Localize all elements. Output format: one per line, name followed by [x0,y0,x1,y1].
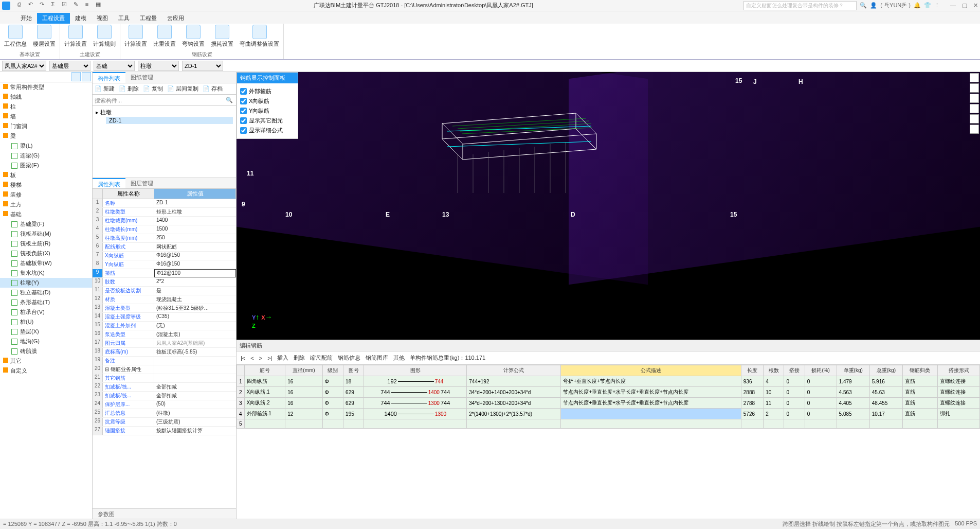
subcategory-item[interactable]: 地沟(G) [0,337,92,346]
tab-drawing-mgmt[interactable]: 图纸管理 [125,72,158,83]
visibility-checkbox[interactable] [240,88,247,95]
menu-icon[interactable]: ⋮ [934,2,940,9]
user-icon[interactable]: 👤 [870,2,877,9]
subcategory-item[interactable]: 梁(L) [0,141,92,151]
property-row[interactable]: 11是否按板边切割是 [93,287,236,295]
ribbon-button[interactable]: 损耗设置 [211,25,233,48]
tree-leaf[interactable]: ZD-1 [106,117,233,124]
project-select[interactable]: 凤凰人家A2# [2,61,46,71]
subcategory-item[interactable]: 筏板主筋(R) [0,239,92,249]
subcategory-item[interactable]: 集水坑(K) [0,268,92,278]
er-toolbar-button[interactable]: 缩尺配筋 [310,354,333,362]
subcategory-item[interactable]: 条形基础(T) [0,297,92,307]
rebar-row[interactable]: 2X向纵筋.116Φ629744140074434*d+200+1400+200… [237,387,980,398]
er-toolbar-button[interactable]: >| [267,355,272,361]
qat-btn[interactable]: ☑ [60,1,69,10]
er-toolbar-button[interactable]: > [259,355,262,361]
user-name[interactable]: ( 乓YUN乒 ) [880,2,911,9]
subcategory-item[interactable]: 桩承台(V) [0,307,92,317]
property-row[interactable]: 16泵送类型(混凝土泵) [93,330,236,339]
visibility-checkbox[interactable] [240,127,247,134]
visibility-checkbox[interactable] [240,98,247,104]
ribbon-button[interactable]: 比重设置 [153,25,176,48]
component-search[interactable] [93,97,223,103]
property-row[interactable]: 22扣减板/筏...全部扣减 [93,383,236,392]
grid-view-icon[interactable] [82,72,91,81]
view-tool[interactable] [970,104,979,113]
category-item[interactable]: 门窗洞 [0,121,92,131]
property-row[interactable]: 6配筋形式网状配筋 [93,243,236,252]
subcategory-item[interactable]: 基础梁(F) [0,219,92,229]
property-row[interactable]: 7X向纵筋Φ16@150 [93,252,236,260]
rebar-row[interactable]: 1四角纵筋16Φ18192744744+192弯折+垂直长度+节点内长度9364… [237,376,980,387]
search-icon[interactable]: 🔍 [223,97,236,103]
subcategory-item[interactable]: 连梁(G) [0,151,92,161]
view-tool[interactable] [970,83,979,93]
view-tool[interactable] [970,114,979,124]
help-search[interactable]: 自定义贴面怎么处理复合带是构件的装修？ [743,1,857,10]
maximize-button[interactable]: ▢ [962,2,967,9]
subcategory-item[interactable]: 圈梁(E) [0,161,92,170]
toolbar-button[interactable]: 📄 新建 [95,85,115,93]
subcategory-item[interactable]: 筏板基础(M) [0,229,92,239]
qat-btn[interactable]: Σ [48,1,58,10]
property-row[interactable]: 14混凝土强度等级(C35) [93,313,236,322]
3d-viewport[interactable]: 钢筋显示控制面板 外部箍筋X向纵筋Y向纵筋显示其它图元显示详细公式 [237,72,980,340]
category-item[interactable]: 楼梯 [0,180,92,190]
rebar-row[interactable]: 3X向纵筋.216Φ629744130074434*d+200+1300+200… [237,398,980,409]
qat-btn[interactable]: ↶ [26,1,35,10]
property-row[interactable]: 4柱墩截长(mm)1500 [93,225,236,234]
ribbon-tab[interactable]: 建模 [70,13,92,24]
property-row[interactable]: 13混凝土类型(粒径31.5至32.5级砂… [93,304,236,313]
property-row[interactable]: 3柱墩截宽(mm)1400 [93,217,236,225]
er-toolbar-button[interactable]: 钢筋图库 [366,354,388,362]
property-row[interactable]: 8Y向纵筋Φ16@150 [93,260,236,269]
rebar-row[interactable]: 5 [237,419,980,429]
search-icon[interactable]: 🔍 [860,2,867,9]
subcategory-item[interactable]: 基础板带(W) [0,258,92,268]
category-item[interactable]: 墙 [0,112,92,121]
category-item[interactable]: 土方 [0,200,92,209]
rebar-row[interactable]: 4外部箍筋.112Φ195140013002*(1400+1300)+2*(13… [237,409,980,419]
property-row[interactable]: 27锚固搭接按默认锚固搭接计算 [93,427,236,435]
toolbar-button[interactable]: 📄 层间复制 [167,85,198,93]
ribbon-button[interactable]: 计算设置 [124,25,147,48]
property-row[interactable]: 15混凝土外加剂(无) [93,322,236,330]
subcategory-item[interactable]: 柱墩(Y) [0,278,92,288]
ribbon-button[interactable]: 楼层设置 [33,25,56,48]
property-row[interactable]: 5柱墩高度(mm)250 [93,234,236,243]
subcategory-item[interactable]: 垫层(X) [0,327,92,337]
property-row[interactable]: 21其它钢筋 [93,374,236,383]
er-toolbar-button[interactable]: < [250,355,253,361]
tree-node[interactable]: ▸ 柱墩 [96,108,233,117]
tab-component-list[interactable]: 构件列表 [93,72,125,83]
skin-icon[interactable]: 👕 [924,2,931,9]
er-toolbar-button[interactable]: 钢筋信息 [338,354,360,362]
component-select[interactable]: 柱墩 [138,61,179,71]
category-item[interactable]: 梁 [0,131,92,141]
tab-layers[interactable]: 图层管理 [125,178,158,188]
category-item[interactable]: 常用构件类型 [0,82,92,92]
property-row[interactable]: 19备注 [93,357,236,365]
qat-btn[interactable]: ≡ [82,1,92,10]
property-row[interactable]: 2柱墩类型矩形上柱墩 [93,208,236,217]
property-row[interactable]: 10肢数2*2 [93,278,236,287]
er-toolbar-button[interactable]: |< [241,355,245,361]
view-tool[interactable] [970,73,979,82]
qat-btn[interactable]: ✎ [71,1,80,10]
ribbon-tab[interactable]: 工程量 [135,13,162,24]
property-row[interactable]: 17图元归属凤凰人家A2#(基础层) [93,339,236,348]
category-item[interactable]: 自定义 [0,366,92,376]
ribbon-tab[interactable]: 工具 [113,13,135,24]
ribbon-button[interactable]: 弯钩设置 [182,25,205,48]
property-row[interactable]: 9箍筋Φ12@100 [93,269,236,278]
ribbon-tab[interactable]: 工程设置 [37,13,70,24]
ribbon-button[interactable]: 计算设置 [64,25,87,48]
category-item[interactable]: 柱 [0,102,92,112]
category-select[interactable]: 基础 [94,61,135,71]
qat-btn[interactable]: ↷ [37,1,46,10]
category-item[interactable]: 基础 [0,209,92,219]
property-row[interactable]: 25汇总信息(柱墩) [93,409,236,418]
toolbar-button[interactable]: 📄 删除 [119,85,139,93]
property-row[interactable]: 24保护层厚...(50) [93,400,236,409]
